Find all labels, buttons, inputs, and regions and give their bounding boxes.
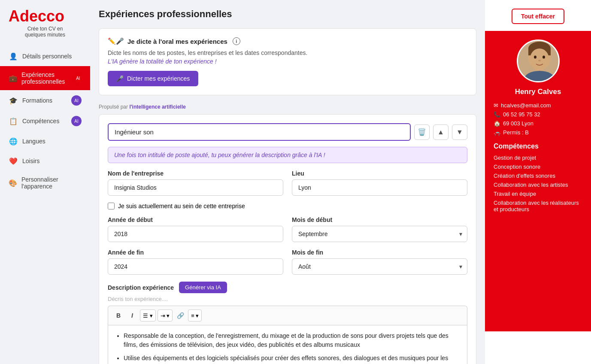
- location-input[interactable]: [292, 179, 467, 196]
- start-year-col: Année de début: [108, 216, 283, 242]
- sidebar-item-details[interactable]: 👤 Détails personnels: [0, 46, 90, 66]
- job-title-input[interactable]: [108, 123, 411, 141]
- sidebar-item-experiences[interactable]: 💼 Expériences professionnelles AI: [0, 66, 90, 90]
- ai-hint: Une fois ton intitulé de poste ajouté, t…: [108, 147, 467, 163]
- job-title-row: 🗑️ ▲ ▼: [108, 123, 467, 141]
- profile-driving: 🚗 Permis : B: [494, 129, 582, 136]
- company-input[interactable]: [108, 179, 283, 196]
- delete-button[interactable]: 🗑️: [414, 124, 430, 140]
- dictate-btn-label: Dicter mes expériences: [127, 75, 190, 82]
- start-year-label: Année de début: [108, 216, 283, 223]
- dictate-header: ✏️🎤 Je dicte à l'oral mes expériences i: [108, 37, 467, 45]
- mic-pencil-icon: ✏️🎤: [108, 37, 124, 45]
- indent-dropdown[interactable]: ⇥ ▾: [158, 309, 173, 322]
- move-down-button[interactable]: ▼: [452, 124, 467, 140]
- list-dropdown[interactable]: ☰ ▾: [140, 309, 156, 322]
- propulse-bar: Propulsé par l'intelligence artificielle: [99, 104, 476, 110]
- skill-item: Collaboration avec les artistes: [494, 182, 582, 188]
- nav-icon-langues: 🌐: [9, 136, 18, 146]
- nav-badge-formations: AI: [71, 95, 82, 106]
- profile-name: Henry Calves: [494, 88, 582, 96]
- desc-placeholder: Décris ton expérience....: [108, 296, 467, 302]
- skill-item: Travail en équipe: [494, 191, 582, 197]
- svg-point-5: [534, 56, 536, 59]
- start-month-select-wrapper: JanvierFévrierMarsAvrilMaiJuinJuilletAoû…: [292, 226, 467, 242]
- start-row: Année de début Mois de début JanvierFévr…: [108, 216, 467, 242]
- end-year-col: Année de fin: [108, 249, 283, 275]
- nav-label-apparence: Personnaliser l'apparence: [21, 176, 82, 190]
- sidebar-item-apparence[interactable]: 🎨 Personnaliser l'apparence: [0, 171, 90, 195]
- nav-icon-formations: 🎓: [9, 96, 18, 105]
- start-month-label: Mois de début: [292, 216, 467, 223]
- bold-btn[interactable]: B: [112, 309, 124, 322]
- sidebar-item-formations[interactable]: 🎓 Formations AI: [0, 90, 90, 111]
- sidebar-item-langues[interactable]: 🌐 Langues: [0, 131, 90, 151]
- propulse-link[interactable]: l'intelligence artificielle: [129, 104, 186, 110]
- svg-point-8: [528, 56, 531, 61]
- move-up-button[interactable]: ▲: [433, 124, 449, 140]
- checkbox-label: Je suis actuellement au sein de cette en…: [118, 203, 245, 209]
- nav-label-details: Détails personnels: [22, 53, 72, 60]
- adecco-logo: Adecco: [9, 9, 82, 24]
- desc-label: Description expérience: [108, 284, 174, 291]
- end-year-label: Année de fin: [108, 249, 283, 256]
- tout-effacer-button[interactable]: Tout effacer: [512, 9, 564, 24]
- start-year-input[interactable]: [108, 226, 283, 242]
- nav-icon-apparence: 🎨: [9, 178, 17, 188]
- phone-icon: 📞: [494, 111, 500, 118]
- current-company-checkbox[interactable]: [108, 203, 115, 209]
- mic-icon: 🎤: [116, 75, 124, 82]
- competences-title: Compétences: [494, 143, 582, 150]
- profile-phone: 📞 06 52 95 75 32: [494, 111, 582, 118]
- nav-badge-experiences: AI: [75, 73, 82, 83]
- nav-label-experiences: Expériences professionnelles: [21, 71, 75, 85]
- page-title: Expériences professionnelles: [99, 9, 476, 20]
- sidebar-item-competences[interactable]: 📋 Compétences AI: [0, 111, 90, 131]
- logo-subtitle: Crée ton CV enquelques minutes: [9, 26, 82, 38]
- editor-toolbar: B I ☰ ▾ ⇥ ▾ 🔗 ≡ ▾: [108, 306, 467, 325]
- avatar: [517, 39, 560, 82]
- location-label: Lieu: [292, 170, 467, 177]
- nav-icon-experiences: 💼: [9, 73, 17, 83]
- end-month-label: Mois de fin: [292, 249, 467, 256]
- svg-point-6: [543, 56, 545, 59]
- skill-item: Création d'effets sonores: [494, 173, 582, 179]
- car-icon: 🚗: [494, 129, 500, 136]
- profile-address: 🏠 69 003 Lyon: [494, 120, 582, 127]
- dictate-description: Dicte les noms de tes postes, les entrep…: [108, 49, 467, 56]
- end-row: Année de fin Mois de fin JanvierFévrierM…: [108, 249, 467, 275]
- main-content: Expériences professionnelles ✏️🎤 Je dict…: [90, 0, 485, 364]
- logo: Adecco Crée ton CV enquelques minutes: [0, 9, 90, 46]
- nav-label-langues: Langues: [22, 138, 45, 145]
- end-month-select-wrapper: JanvierFévrierMarsAvrilMaiJuinJuilletAoû…: [292, 258, 467, 275]
- location-col: Lieu: [292, 170, 467, 196]
- experience-form: 🗑️ ▲ ▼ Une fois ton intitulé de poste aj…: [99, 114, 476, 364]
- end-month-select[interactable]: JanvierFévrierMarsAvrilMaiJuinJuilletAoû…: [292, 258, 467, 275]
- desc-bullet: Responsable de la conception, de l'enreg…: [124, 331, 460, 349]
- info-icon[interactable]: i: [233, 37, 240, 45]
- dictate-button[interactable]: 🎤 Dicter mes expériences: [108, 71, 198, 86]
- editor-content[interactable]: Responsable de la conception, de l'enreg…: [108, 325, 467, 364]
- sidebar-item-loisirs[interactable]: ❤️ Loisirs: [0, 151, 90, 171]
- end-year-input[interactable]: [108, 258, 283, 275]
- svg-point-7: [538, 60, 541, 61]
- nav-label-formations: Formations: [22, 97, 52, 104]
- nav-icon-details: 👤: [9, 52, 18, 61]
- profile-email: ✉ hcalves@email.com: [494, 102, 582, 109]
- italic-btn[interactable]: I: [126, 309, 138, 322]
- nav-label-loisirs: Loisirs: [22, 158, 39, 164]
- align-dropdown[interactable]: ≡ ▾: [188, 309, 202, 322]
- nav-icon-competences: 📋: [9, 116, 18, 126]
- dictate-card: ✏️🎤 Je dicte à l'oral mes expériences i …: [99, 28, 476, 95]
- link-btn[interactable]: 🔗: [174, 309, 186, 322]
- email-icon: ✉: [494, 102, 498, 109]
- sidebar: Adecco Crée ton CV enquelques minutes 👤 …: [0, 0, 90, 364]
- nav-badge-competences: AI: [71, 116, 82, 126]
- generate-btn[interactable]: Générer via IA: [179, 282, 227, 293]
- end-month-col: Mois de fin JanvierFévrierMarsAvrilMaiJu…: [292, 249, 467, 275]
- avatar-container: [494, 39, 582, 82]
- company-col: Nom de l'entreprise: [108, 170, 283, 196]
- home-icon: 🏠: [494, 120, 500, 127]
- start-month-select[interactable]: JanvierFévrierMarsAvrilMaiJuinJuilletAoû…: [292, 226, 467, 242]
- nav-label-competences: Compétences: [22, 118, 59, 124]
